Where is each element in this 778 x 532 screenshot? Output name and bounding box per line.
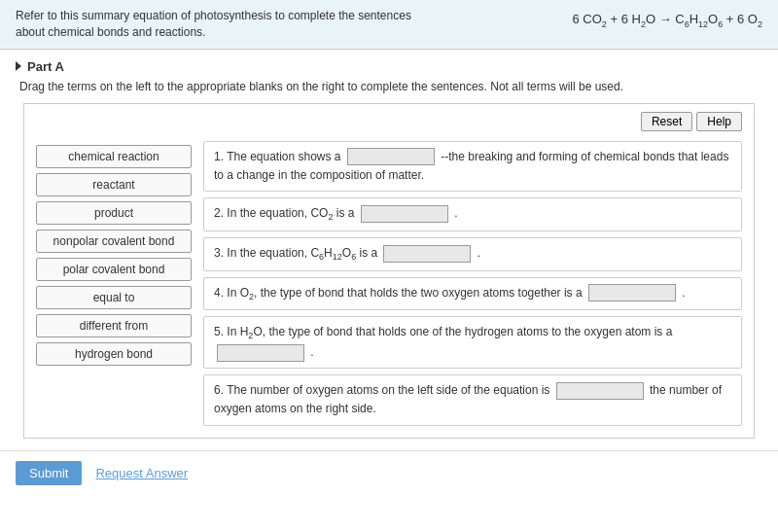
q2-blank[interactable] xyxy=(361,205,448,223)
term-hydrogen-bond[interactable]: hydrogen bond xyxy=(36,342,192,366)
request-answer-button[interactable]: Request Answer xyxy=(95,466,188,480)
question-5: 5. In H2O, the type of bond that holds o… xyxy=(203,316,742,369)
header-instruction: Refer to this summary equation of photos… xyxy=(16,8,424,41)
q4-blank[interactable] xyxy=(588,284,676,301)
q6-text-1: 6. The number of oxygen atoms on the lef… xyxy=(214,383,553,397)
question-2: 2. In the equation, CO2 is a . xyxy=(203,197,742,231)
q3-text-2: . xyxy=(477,246,480,260)
question-1: 1. The equation shows a --the breaking a… xyxy=(203,141,742,192)
question-6: 6. The number of oxygen atoms on the lef… xyxy=(203,374,742,425)
q4-text-1: 4. In O2, the type of bond that holds th… xyxy=(214,286,585,300)
footer-bar: Submit Request Answer xyxy=(0,450,778,495)
term-reactant[interactable]: reactant xyxy=(36,173,192,196)
q3-blank[interactable] xyxy=(383,245,471,263)
reset-button[interactable]: Reset xyxy=(641,112,692,131)
help-button[interactable]: Help xyxy=(696,112,742,131)
question-3: 3. In the equation, C6H12O6 is a . xyxy=(203,237,742,271)
q6-blank[interactable] xyxy=(556,382,644,400)
q1-blank[interactable] xyxy=(347,148,435,165)
part-label: Part A xyxy=(27,59,64,74)
part-a-section: Part A Drag the terms on the left to the… xyxy=(0,50,778,443)
q5-blank[interactable] xyxy=(217,344,304,362)
questions-column: 1. The equation shows a --the breaking a… xyxy=(203,141,742,426)
q1-text-1: 1. The equation shows a xyxy=(214,150,344,163)
term-different-from[interactable]: different from xyxy=(36,314,192,337)
header-bar: Refer to this summary equation of photos… xyxy=(0,0,778,50)
term-equal-to[interactable]: equal to xyxy=(36,286,192,309)
submit-button[interactable]: Submit xyxy=(16,461,82,485)
header-equation: 6 CO2 + 6 H2O → C6H12O6 + 6 O2 xyxy=(572,8,762,32)
terms-column: chemical reaction reactant product nonpo… xyxy=(36,141,192,426)
q3-text-1: 3. In the equation, C6H12O6 is a xyxy=(214,246,380,260)
q5-text-2: . xyxy=(310,345,313,359)
term-nonpolar-covalent-bond[interactable]: nonpolar covalent bond xyxy=(36,230,192,253)
term-polar-covalent-bond[interactable]: polar covalent bond xyxy=(36,258,192,281)
term-product[interactable]: product xyxy=(36,201,192,225)
q5-text-1: 5. In H2O, the type of bond that holds o… xyxy=(214,325,672,338)
q2-text-2: . xyxy=(454,206,457,220)
part-header: Part A xyxy=(16,59,762,74)
main-box: Reset Help chemical reaction reactant pr… xyxy=(23,103,755,439)
content-area: chemical reaction reactant product nonpo… xyxy=(36,141,742,426)
drag-instructions: Drag the terms on the left to the approp… xyxy=(16,80,762,93)
question-4: 4. In O2, the type of bond that holds th… xyxy=(203,277,742,311)
collapse-triangle-icon[interactable] xyxy=(16,61,21,71)
toolbar: Reset Help xyxy=(36,112,742,131)
q2-text-1: 2. In the equation, CO2 is a xyxy=(214,206,358,220)
term-chemical-reaction[interactable]: chemical reaction xyxy=(36,145,192,168)
q4-text-2: . xyxy=(682,286,685,300)
